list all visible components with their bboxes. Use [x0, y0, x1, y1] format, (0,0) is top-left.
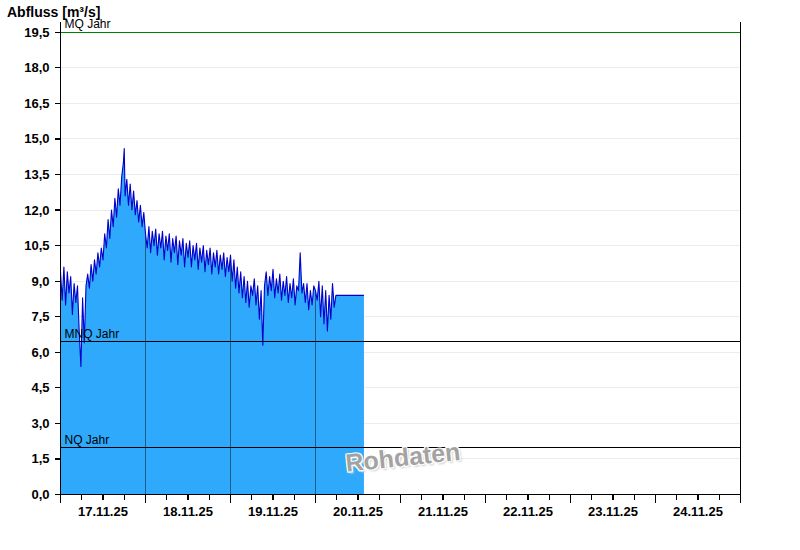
- y-tick-label: 12,0: [24, 203, 49, 218]
- y-tick-label: 10,5: [24, 238, 49, 253]
- discharge-chart-window: Abfluss [m³/s] 0,01,53,04,56,07,59,010,5…: [0, 0, 800, 550]
- y-tick-label: 19,5: [24, 25, 49, 40]
- x-tick-label: 19.11.25: [248, 504, 298, 519]
- y-tick-label: 1,5: [31, 451, 49, 466]
- mq-jahr-label: MQ Jahr: [65, 17, 111, 31]
- x-tick-label: 17.11.25: [78, 504, 128, 519]
- mnq-jahr-label: MNQ Jahr: [65, 327, 120, 341]
- x-tick-label: 24.11.25: [673, 504, 723, 519]
- y-tick-label: 7,5: [31, 309, 49, 324]
- y-tick-label: 9,0: [31, 274, 49, 289]
- y-tick-label: 3,0: [31, 416, 49, 431]
- y-tick-label: 16,5: [24, 96, 49, 111]
- y-tick-label: 18,0: [24, 60, 49, 75]
- x-tick-label: 18.11.25: [163, 504, 213, 519]
- x-tick-label: 20.11.25: [333, 504, 383, 519]
- x-tick-label: 23.11.25: [588, 504, 638, 519]
- x-tick-label: 22.11.25: [503, 504, 553, 519]
- nq-jahr-label: NQ Jahr: [65, 433, 110, 447]
- y-tick-label: 4,5: [31, 380, 49, 395]
- x-tick-label: 21.11.25: [418, 504, 468, 519]
- y-tick-label: 15,0: [24, 131, 49, 146]
- y-tick-label: 13,5: [24, 167, 49, 182]
- y-tick-label: 6,0: [31, 345, 49, 360]
- y-tick-label: 0,0: [31, 487, 49, 502]
